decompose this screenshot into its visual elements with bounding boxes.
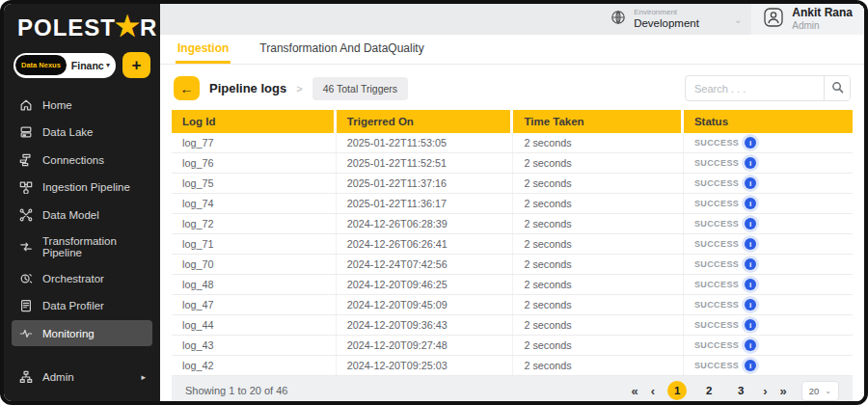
table-row[interactable]: log_76 2025-01-22T11:52:51 2 seconds SUC… bbox=[172, 153, 853, 174]
sidebar-nav: Home Data Lake Connections Ingestion Pip… bbox=[4, 84, 160, 359]
status-badge: SUCCESS bbox=[694, 138, 739, 148]
sidebar-item-data-model[interactable]: Data Model bbox=[12, 202, 152, 228]
page-size-select[interactable]: 20 ⌄ bbox=[801, 381, 839, 401]
user-menu[interactable]: Ankit Rana Admin bbox=[751, 4, 864, 35]
search-button[interactable] bbox=[824, 76, 850, 100]
info-icon[interactable]: i bbox=[745, 218, 756, 230]
log-id-cell: log_43 bbox=[172, 336, 337, 355]
back-button[interactable]: ← bbox=[174, 76, 200, 100]
sidebar-item-orchestrator[interactable]: Orchestrator bbox=[12, 265, 152, 291]
triggered-on-cell: 2024-12-20T09:45:09 bbox=[337, 295, 514, 314]
table-row[interactable]: log_43 2024-12-20T09:27:48 2 seconds SUC… bbox=[172, 336, 853, 356]
table-row[interactable]: log_75 2025-01-22T11:37:16 2 seconds SUC… bbox=[172, 174, 853, 194]
last-page-button[interactable]: » bbox=[779, 385, 786, 397]
user-text: Ankit Rana Admin bbox=[792, 6, 853, 33]
triggered-on-cell: 2024-12-20T09:25:03 bbox=[337, 356, 514, 375]
first-page-button[interactable]: « bbox=[632, 385, 638, 397]
table-row[interactable]: log_77 2025-01-22T11:53:05 2 seconds SUC… bbox=[172, 133, 853, 153]
sidebar-item-label: Transformation Pipeline bbox=[42, 235, 146, 258]
table-row[interactable]: log_44 2024-12-20T09:36:43 2 seconds SUC… bbox=[172, 315, 853, 336]
sidebar-item-home[interactable]: Home bbox=[12, 92, 152, 118]
app-logo: POLEST★R bbox=[4, 4, 160, 43]
triggered-on-cell: 2024-12-20T09:27:48 bbox=[337, 336, 514, 355]
info-icon[interactable]: i bbox=[745, 319, 756, 331]
log-id-cell: log_74 bbox=[172, 194, 337, 213]
triggered-on-cell: 2025-01-22T11:37:16 bbox=[337, 174, 514, 193]
status-cell: SUCCESSi bbox=[684, 336, 853, 355]
environment-selector[interactable]: Environment Development ⌄ bbox=[601, 4, 751, 35]
column-header-triggered-on[interactable]: Trigerred On bbox=[337, 110, 514, 133]
sidebar-item-label: Data Lake bbox=[42, 126, 93, 138]
triggered-on-cell: 2025-01-22T11:52:51 bbox=[337, 153, 514, 173]
info-icon[interactable]: i bbox=[745, 360, 756, 371]
time-taken-cell: 2 seconds bbox=[513, 295, 684, 314]
page-button-1[interactable]: 1 bbox=[667, 381, 687, 400]
info-icon[interactable]: i bbox=[745, 198, 756, 209]
triggered-on-cell: 2025-01-22T11:36:17 bbox=[337, 194, 514, 213]
user-name: Ankit Rana bbox=[792, 6, 853, 20]
column-header-log-id[interactable]: Log Id bbox=[172, 110, 337, 133]
sidebar-item-data-profiler[interactable]: Data Profiler bbox=[12, 293, 152, 319]
status-badge: SUCCESS bbox=[694, 280, 739, 289]
chevron-down-icon: ⌄ bbox=[734, 14, 742, 25]
search-box bbox=[685, 75, 851, 101]
tab-ingestion[interactable]: Ingestion bbox=[176, 35, 231, 64]
status-badge: SUCCESS bbox=[694, 361, 739, 370]
sidebar-item-label: Data Profiler bbox=[42, 300, 104, 311]
info-icon[interactable]: i bbox=[745, 279, 756, 290]
sidebar-bottom: Admin ▸ bbox=[4, 359, 160, 402]
table-row[interactable]: log_71 2024-12-26T06:26:41 2 seconds SUC… bbox=[172, 234, 853, 255]
page-title: Pipeline logs bbox=[209, 81, 286, 95]
table-row[interactable]: log_48 2024-12-20T09:46:25 2 seconds SUC… bbox=[172, 275, 853, 295]
logo-text-pre: POLEST bbox=[17, 14, 116, 41]
sidebar-item-connections[interactable]: Connections bbox=[12, 147, 152, 173]
workspace-selector[interactable]: Data Nexus Finance D... ▾ bbox=[14, 53, 116, 78]
table-row[interactable]: log_74 2025-01-22T11:36:17 2 seconds SUC… bbox=[172, 194, 853, 214]
tab-transformation-and-dataquality[interactable]: Transformation And DataQuality bbox=[258, 35, 425, 64]
page-button-2[interactable]: 2 bbox=[699, 381, 719, 400]
next-page-button[interactable]: › bbox=[763, 385, 767, 397]
page-button-3[interactable]: 3 bbox=[731, 381, 750, 400]
status-badge: SUCCESS bbox=[694, 320, 739, 330]
sidebar-item-data-lake[interactable]: Data Lake bbox=[12, 120, 152, 146]
previous-page-button[interactable]: ‹ bbox=[651, 385, 655, 397]
monitoring-icon bbox=[18, 326, 33, 340]
sidebar-item-transformation-pipeline[interactable]: Transformation Pipeline bbox=[12, 230, 152, 264]
status-badge: SUCCESS bbox=[694, 199, 739, 208]
sidebar-item-label: Data Model bbox=[42, 209, 99, 221]
pipeline-icon bbox=[18, 180, 33, 195]
status-cell: SUCCESSi bbox=[684, 234, 853, 254]
info-icon[interactable]: i bbox=[745, 137, 756, 148]
time-taken-cell: 2 seconds bbox=[513, 315, 684, 335]
search-input[interactable] bbox=[686, 83, 824, 94]
chevron-right-icon: ▸ bbox=[141, 372, 146, 382]
column-header-time-taken[interactable]: Time Taken bbox=[513, 110, 684, 133]
pagination-summary: Showing 1 to 20 of 46 bbox=[185, 385, 287, 396]
sidebar-item-ingestion-pipeline[interactable]: Ingestion Pipeline bbox=[12, 175, 152, 201]
info-icon[interactable]: i bbox=[745, 177, 756, 189]
table-row[interactable]: log_47 2024-12-20T09:45:09 2 seconds SUC… bbox=[172, 295, 853, 315]
time-taken-cell: 2 seconds bbox=[513, 275, 684, 294]
sidebar-item-monitoring[interactable]: Monitoring bbox=[12, 320, 152, 346]
status-cell: SUCCESSi bbox=[684, 255, 853, 274]
log-id-cell: log_48 bbox=[172, 275, 337, 294]
environment-value: Development bbox=[634, 17, 699, 31]
table-row[interactable]: log_72 2024-12-26T06:28:39 2 seconds SUC… bbox=[172, 214, 853, 234]
info-icon[interactable]: i bbox=[745, 157, 756, 169]
sidebar-item-label: Home bbox=[42, 99, 72, 111]
time-taken-cell: 2 seconds bbox=[513, 153, 684, 173]
add-workspace-button[interactable]: + bbox=[122, 52, 150, 78]
admin-org-icon bbox=[18, 370, 33, 385]
info-icon[interactable]: i bbox=[745, 238, 756, 250]
status-cell: SUCCESSi bbox=[684, 133, 853, 152]
info-icon[interactable]: i bbox=[745, 299, 756, 310]
table-row[interactable]: log_42 2024-12-20T09:25:03 2 seconds SUC… bbox=[172, 356, 853, 376]
sidebar-item-admin[interactable]: Admin ▸ bbox=[12, 364, 152, 391]
info-icon[interactable]: i bbox=[745, 258, 756, 270]
table-row[interactable]: log_70 2024-12-24T07:42:56 2 seconds SUC… bbox=[172, 255, 853, 275]
status-badge: SUCCESS bbox=[694, 239, 739, 249]
column-header-status[interactable]: Status bbox=[684, 110, 853, 133]
data-model-icon bbox=[18, 207, 33, 222]
info-icon[interactable]: i bbox=[745, 339, 756, 351]
main-area: Environment Development ⌄ Ankit Rana Adm… bbox=[160, 4, 864, 401]
